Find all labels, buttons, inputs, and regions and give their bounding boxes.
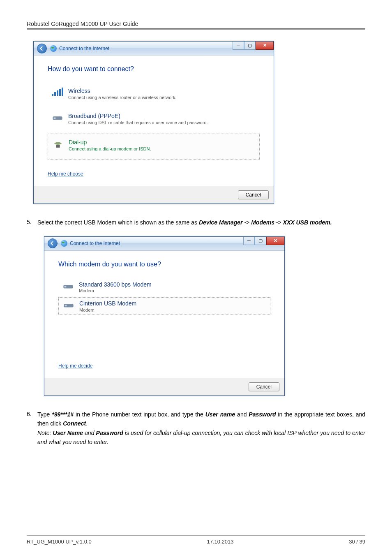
text-bold: *99***1#: [52, 411, 74, 418]
phone-modem-icon: [52, 139, 64, 150]
text-bold: User name: [205, 411, 235, 418]
minimize-button[interactable]: ─: [233, 42, 244, 50]
window-controls: ─ ▢ ✕: [243, 237, 284, 245]
text: Select the correct USB Modem which is sh…: [37, 219, 199, 226]
dialog-footer: Cancel: [34, 186, 274, 204]
text: in the Phone number text input box, and …: [74, 411, 205, 418]
wifi-icon: [52, 88, 63, 99]
close-button[interactable]: ✕: [256, 42, 274, 50]
note-text: Note:: [37, 430, 53, 436]
option-desc: Connect using a wireless router or a wir…: [68, 95, 177, 100]
step-number: 6.: [27, 410, 37, 419]
step-text: Select the correct USB Modem which is sh…: [37, 218, 365, 227]
help-link[interactable]: Help me choose: [48, 171, 83, 177]
text-bold: XXX USB modem.: [283, 219, 332, 226]
option-dialup[interactable]: Dial-up Connect using a dial-up modem or…: [48, 134, 260, 160]
dialog-title: Connect to the Internet: [59, 46, 109, 51]
text-bold: Modems: [251, 219, 274, 226]
back-button[interactable]: [37, 44, 47, 53]
note-bold: Password: [96, 430, 123, 436]
doc-header: Robustel GoRugged M1000 UP User Guide: [27, 21, 365, 27]
step-6: 6. Type *99***1# in the Phone number tex…: [27, 410, 365, 447]
text: ->: [274, 219, 283, 226]
option-title: Standard 33600 bps Modem: [79, 281, 152, 288]
globe-icon: [50, 45, 57, 52]
text: Type: [37, 411, 52, 418]
svg-rect-2: [56, 145, 60, 148]
globe-icon: [61, 240, 67, 247]
dialog-title: Connect to the Internet: [70, 240, 120, 246]
dialog-select-modem: Connect to the Internet ─ ▢ ✕ Which mode…: [44, 236, 285, 396]
dialog-connect-method: Connect to the Internet ─ ▢ ✕ How do you…: [33, 41, 274, 204]
maximize-button[interactable]: ▢: [244, 42, 256, 50]
titlebar: Connect to the Internet ─ ▢ ✕: [34, 42, 274, 56]
header-rule: [27, 28, 365, 30]
text: and: [235, 411, 249, 418]
help-link[interactable]: Help me decide: [58, 363, 92, 369]
note-bold: User Name: [53, 430, 83, 436]
option-title: Cinterion USB Modem: [79, 300, 136, 307]
arrow-left-icon: [39, 46, 44, 51]
maximize-button[interactable]: ▢: [255, 237, 266, 245]
cancel-button[interactable]: Cancel: [249, 382, 279, 391]
option-cinterion-modem[interactable]: Cinterion USB Modem Modem: [58, 297, 270, 314]
text-bold: Password: [249, 411, 276, 418]
text-bold: Connect: [63, 420, 86, 427]
back-button[interactable]: [48, 238, 58, 248]
dialog-heading: Which modem do you want to use?: [58, 261, 270, 268]
option-title: Broadband (PPPoE): [68, 113, 208, 120]
option-standard-modem[interactable]: Standard 33600 bps Modem Modem: [58, 279, 270, 296]
dialog-heading: How do you want to connect?: [48, 65, 260, 73]
option-wireless[interactable]: Wireless Connect using a wireless router…: [48, 83, 260, 104]
step-text: Type *99***1# in the Phone number text i…: [37, 410, 365, 447]
arrow-left-icon: [50, 241, 55, 246]
dialog-footer: Cancel: [44, 378, 284, 395]
cancel-button[interactable]: Cancel: [238, 190, 269, 199]
note-text: and: [83, 430, 96, 436]
option-desc: Modem: [79, 307, 136, 313]
modem-device-icon: [62, 281, 74, 293]
dialog-body: Which modem do you want to use? Standard…: [44, 251, 284, 378]
option-title: Dial-up: [69, 139, 151, 146]
svg-rect-1: [54, 118, 56, 119]
option-title: Wireless: [68, 88, 177, 95]
modem-icon: [52, 113, 63, 124]
minimize-button[interactable]: ─: [243, 237, 255, 245]
option-broadband[interactable]: Broadband (PPPoE) Connect using DSL or c…: [48, 109, 260, 130]
titlebar: Connect to the Internet ─ ▢ ✕: [44, 237, 284, 251]
svg-rect-4: [65, 286, 67, 287]
text-bold: Device Manager: [199, 219, 243, 226]
dialog-body: How do you want to connect? Wireless Con…: [34, 56, 274, 186]
option-desc: Connect using DSL or cable that requires…: [68, 120, 208, 125]
close-button[interactable]: ✕: [266, 237, 284, 245]
text: ->: [243, 219, 251, 226]
option-desc: Connect using a dial-up modem or ISDN.: [69, 146, 151, 152]
option-desc: Modem: [79, 288, 152, 294]
step-5: 5. Select the correct USB Modem which is…: [27, 218, 365, 227]
modem-device-icon: [63, 300, 74, 312]
svg-rect-6: [65, 305, 67, 306]
step-number: 5.: [27, 218, 37, 227]
window-controls: ─ ▢ ✕: [233, 42, 274, 50]
text: .: [86, 420, 88, 427]
